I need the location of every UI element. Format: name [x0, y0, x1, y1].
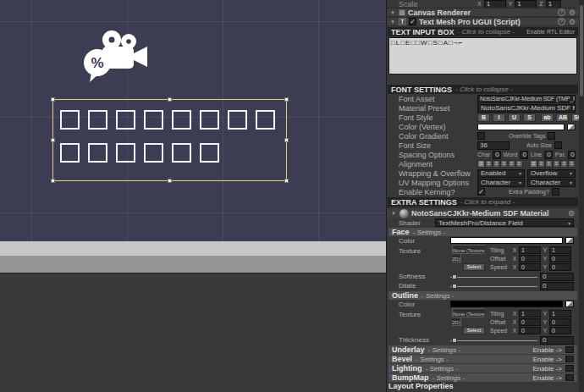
color-gradient-checkbox[interactable]	[477, 132, 485, 140]
uv-vertical-dropdown[interactable]: Character ▾	[527, 179, 576, 187]
material-header[interactable]: ▼ NotoSansCJKkr-Medium SDF Material ⚙	[387, 207, 579, 218]
outline-speed-x-field[interactable]: 0	[519, 327, 541, 334]
lighting-enable-checkbox[interactable]	[565, 365, 574, 372]
gear-icon[interactable]: ⚙	[568, 18, 576, 26]
align-center-button[interactable]: ≡	[485, 160, 493, 168]
scrollbar-thumb[interactable]	[580, 5, 583, 97]
underlay-enable-checkbox[interactable]	[565, 346, 574, 353]
tmp-component-header[interactable]: ▼ ✓ Text Mesh Pro UGUI (Script) ? ⚙	[387, 17, 579, 26]
face-color-swatch[interactable]	[450, 237, 563, 244]
outline-color-swatch[interactable]	[450, 301, 563, 307]
selection-rect[interactable]	[52, 99, 287, 181]
enable-kerning-checkbox[interactable]: ✓	[477, 188, 485, 196]
slider-thumb[interactable]	[452, 338, 457, 343]
face-texture-select-button[interactable]: Select	[463, 263, 485, 271]
shader-dropdown[interactable]: TextMeshPro/Distance Field ▾	[435, 218, 574, 227]
resize-handle-bottom-center[interactable]	[168, 179, 172, 183]
text-input-box-section-bar[interactable]: TEXT INPUT BOX - Click to collapse - Ena…	[388, 27, 578, 36]
scene-view[interactable]: %	[0, 0, 386, 273]
softness-slider[interactable]	[450, 273, 537, 281]
gear-icon[interactable]: ⚙	[568, 8, 576, 17]
align-capline-button[interactable]: ≡	[568, 160, 576, 168]
outline-tiling-x-field[interactable]: 1	[519, 310, 541, 317]
align-midline-button[interactable]: ≡	[560, 160, 568, 168]
word-spacing-field[interactable]: 0	[520, 151, 528, 159]
resize-handle-bottom-right[interactable]	[284, 179, 289, 183]
thickness-field[interactable]: 0	[540, 336, 574, 345]
wrapping-dropdown[interactable]: Enabled ▾	[477, 169, 525, 178]
line-spacing-field[interactable]: 0	[544, 151, 553, 159]
dilate-slider[interactable]	[450, 282, 537, 290]
slider-thumb[interactable]	[452, 274, 457, 279]
foldout-icon[interactable]: ▼	[389, 10, 396, 15]
material-preset-dropdown[interactable]: NotoSansCJKkr-Medium SDF Material ▾	[477, 104, 576, 113]
vertex-color-swatch[interactable]	[477, 124, 565, 130]
bold-button[interactable]: B	[477, 113, 490, 122]
face-tiling-y-field[interactable]: 1	[549, 246, 571, 254]
outline-offset-y-field[interactable]: 0	[549, 318, 571, 326]
font-size-field[interactable]: 36	[477, 141, 510, 150]
paragraph-spacing-field[interactable]: 0	[568, 151, 576, 159]
face-offset-y-field[interactable]: 0	[549, 255, 571, 262]
align-middle-button[interactable]: ≡	[537, 160, 545, 168]
bumpmap-section-bar[interactable]: BumpMap - Settings - Enable ->	[388, 373, 577, 382]
help-icon[interactable]: ?	[558, 18, 565, 25]
bevel-enable-button[interactable]: Enable ->	[533, 356, 562, 363]
bevel-enable-checkbox[interactable]	[565, 356, 574, 362]
color-picker-icon[interactable]	[567, 124, 576, 130]
lighting-section-bar[interactable]: Lighting - Settings - Enable ->	[388, 364, 577, 373]
outline-texture-field[interactable]: None (Texture 2D)	[452, 308, 485, 326]
align-right-button[interactable]: ≡	[493, 160, 500, 168]
font-asset-object-field[interactable]: NotoSansCJKkr-Medium SDF (TMP_FontAsset)…	[477, 95, 576, 103]
align-baseline-button[interactable]: ≡	[553, 160, 560, 168]
inspector-scrollbar[interactable]	[579, 0, 584, 392]
align-geometry-button[interactable]: ≡	[515, 160, 523, 168]
resize-handle-top-left[interactable]	[51, 97, 55, 102]
camera-gizmo-icon[interactable]: %	[81, 29, 151, 88]
overflow-dropdown[interactable]: Overflow ▾	[527, 169, 576, 178]
align-bottom-button[interactable]: ≡	[545, 160, 553, 168]
lowercase-button[interactable]: ab	[541, 113, 554, 122]
resize-handle-bottom-left[interactable]	[51, 179, 55, 183]
gear-icon[interactable]: ⚙	[567, 209, 576, 218]
strikethrough-button[interactable]: S	[523, 113, 536, 122]
auto-size-checkbox[interactable]	[554, 141, 562, 149]
font-settings-section-bar[interactable]: FONT SETTINGS - Click to collapse -	[388, 85, 578, 94]
thickness-slider[interactable]	[450, 336, 537, 345]
resize-handle-mid-right[interactable]	[284, 138, 289, 142]
help-icon[interactable]: ?	[558, 8, 565, 16]
dilate-field[interactable]: 0	[540, 282, 574, 290]
outline-texture-select-button[interactable]: Select	[463, 327, 485, 334]
underline-button[interactable]: U	[508, 113, 521, 122]
bevel-section-bar[interactable]: Bevel - Settings - Enable ->	[388, 355, 577, 363]
outline-speed-y-field[interactable]: 0	[549, 327, 571, 334]
align-flush-button[interactable]: ≡	[508, 160, 515, 168]
italic-button[interactable]: I	[493, 113, 505, 122]
align-left-button[interactable]: ≡	[477, 160, 485, 168]
resize-handle-top-center[interactable]	[168, 97, 172, 102]
color-picker-icon[interactable]	[565, 237, 574, 244]
face-texture-field[interactable]: None (Texture 2D)	[452, 245, 485, 262]
canvas-renderer-header[interactable]: ▼ Canvas Renderer ? ⚙	[387, 8, 579, 17]
foldout-icon[interactable]: ▼	[390, 211, 397, 216]
underlay-section-bar[interactable]: Underlay - Settings - Enable ->	[388, 345, 577, 354]
face-section-bar[interactable]: Face - Settings -	[388, 228, 577, 236]
bumpmap-enable-button[interactable]: Enable ->	[533, 374, 562, 382]
softness-field[interactable]: 0	[540, 273, 574, 281]
outline-section-bar[interactable]: Outline - Settings -	[388, 291, 577, 300]
outline-offset-x-field[interactable]: 0	[519, 318, 541, 326]
enable-rtl-editor-label[interactable]: Enable RTL Editor	[526, 29, 575, 35]
face-tiling-x-field[interactable]: 1	[519, 246, 541, 254]
face-speed-y-field[interactable]: 0	[549, 263, 571, 271]
slider-thumb[interactable]	[452, 284, 457, 289]
align-justified-button[interactable]: ≡	[500, 160, 508, 168]
lighting-enable-button[interactable]: Enable ->	[533, 365, 562, 373]
face-offset-x-field[interactable]: 0	[519, 255, 541, 262]
underlay-enable-button[interactable]: Enable ->	[533, 346, 562, 354]
resize-handle-top-right[interactable]	[284, 97, 289, 102]
layout-properties-foldout[interactable]: Layout Properties	[387, 382, 579, 389]
resize-handle-mid-left[interactable]	[51, 138, 55, 142]
char-spacing-field[interactable]: 0	[493, 151, 501, 159]
color-picker-icon[interactable]	[565, 301, 574, 307]
extra-settings-section-bar[interactable]: EXTRA SETTINGS - Click to expand -	[388, 197, 578, 207]
